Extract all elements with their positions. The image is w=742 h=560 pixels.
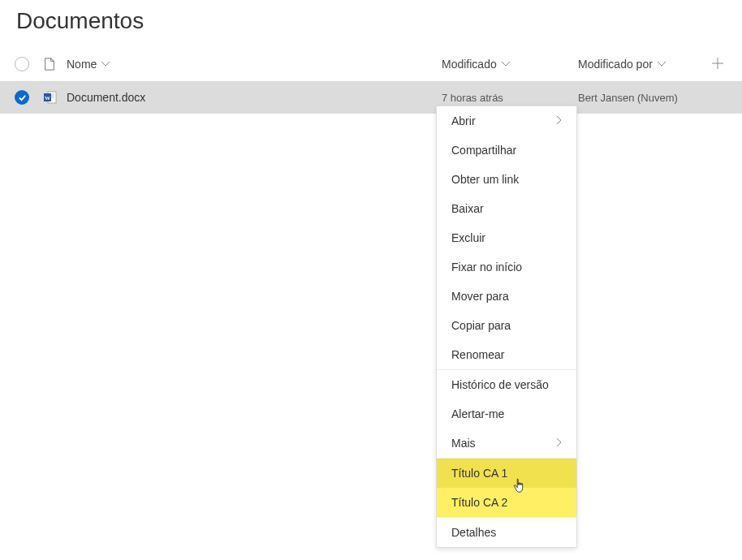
menu-pin[interactable]: Fixar no início (437, 252, 576, 282)
page-title: Documentos (0, 0, 742, 47)
menu-open[interactable]: Abrir (437, 106, 576, 136)
select-all[interactable] (15, 57, 44, 71)
column-name[interactable]: Nome (67, 58, 110, 71)
menu-history-label: Histórico de versão (451, 378, 549, 391)
menu-delete-label: Excluir (451, 231, 485, 244)
menu-share[interactable]: Compartilhar (437, 136, 576, 165)
menu-custom-action-1[interactable]: Título CA 1 (437, 458, 576, 488)
circle-icon (15, 57, 29, 71)
list-header: Nome Modificado Modificado por (0, 47, 742, 81)
menu-get-link[interactable]: Obter um link (437, 165, 576, 194)
context-menu: Abrir Compartilhar Obter um link Baixar … (436, 106, 577, 548)
menu-alert[interactable]: Alertar-me (437, 399, 576, 429)
file-modified: 7 horas atrás (442, 92, 578, 104)
menu-download[interactable]: Baixar (437, 194, 576, 223)
column-name-label: Nome (67, 58, 97, 71)
menu-move-label: Mover para (451, 290, 509, 303)
row-select[interactable] (15, 90, 44, 105)
chevron-down-icon (658, 62, 666, 67)
chevron-right-icon (557, 437, 562, 449)
menu-share-label: Compartilhar (451, 144, 516, 157)
file-name[interactable]: Document.docx (67, 91, 442, 104)
menu-details[interactable]: Detalhes (437, 517, 576, 547)
chevron-down-icon (101, 62, 110, 67)
file-icon (44, 58, 55, 71)
menu-version-history[interactable]: Histórico de versão (437, 369, 576, 399)
chevron-down-icon (502, 62, 510, 67)
menu-move[interactable]: Mover para (437, 282, 576, 311)
menu-custom-action-2[interactable]: Título CA 2 (437, 488, 576, 517)
menu-pin-label: Fixar no início (451, 261, 522, 274)
menu-alert-label: Alertar-me (451, 407, 504, 420)
svg-text:W: W (45, 95, 50, 101)
column-modified[interactable]: Modificado (442, 58, 510, 71)
menu-more[interactable]: Mais (437, 429, 576, 458)
menu-ca1-label: Título CA 1 (451, 467, 507, 480)
column-modified-by[interactable]: Modificado por (578, 58, 666, 71)
menu-get-link-label: Obter um link (451, 173, 519, 186)
table-row[interactable]: W Document.docx 7 horas atrás Bert Janse… (0, 81, 742, 114)
checkmark-icon (15, 90, 29, 105)
file-type-icon: W (44, 91, 67, 104)
chevron-right-icon (557, 115, 562, 127)
word-doc-icon: W (44, 91, 57, 104)
file-type-column (44, 58, 67, 71)
menu-download-label: Baixar (451, 202, 484, 215)
menu-more-label: Mais (451, 437, 476, 450)
menu-details-label: Detalhes (451, 526, 496, 539)
menu-delete[interactable]: Excluir (437, 223, 576, 252)
column-modified-by-label: Modificado por (578, 58, 653, 71)
menu-rename-label: Renomear (451, 348, 504, 361)
menu-copy-label: Copiar para (451, 319, 511, 332)
file-modified-by: Bert Jansen (Nuvem) (578, 92, 708, 104)
menu-open-label: Abrir (451, 114, 476, 127)
add-column-button[interactable] (712, 56, 723, 73)
menu-ca2-label: Título CA 2 (451, 496, 507, 509)
menu-copy[interactable]: Copiar para (437, 311, 576, 340)
menu-rename[interactable]: Renomear (437, 340, 576, 369)
column-modified-label: Modificado (442, 58, 497, 71)
plus-icon (712, 58, 723, 69)
